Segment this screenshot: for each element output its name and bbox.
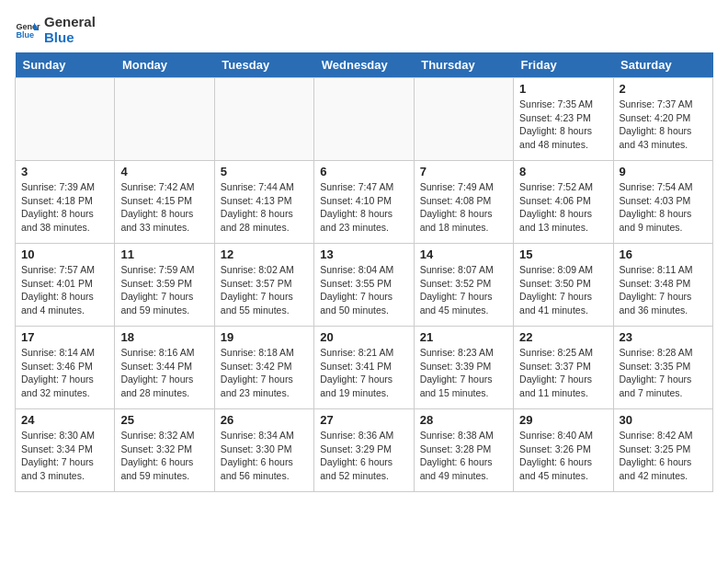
day-info: Sunrise: 7:49 AM Sunset: 4:08 PM Dayligh… — [420, 180, 507, 235]
day-number: 20 — [320, 330, 407, 344]
logo-text: GeneralBlue — [44, 15, 96, 45]
calendar: SundayMondayTuesdayWednesdayThursdayFrid… — [15, 52, 713, 492]
calendar-cell: 29Sunrise: 8:40 AM Sunset: 3:26 PM Dayli… — [514, 409, 613, 492]
calendar-cell: 19Sunrise: 8:18 AM Sunset: 3:42 PM Dayli… — [214, 327, 313, 409]
day-info: Sunrise: 8:30 AM Sunset: 3:34 PM Dayligh… — [21, 429, 108, 483]
day-number: 8 — [519, 165, 607, 178]
weekday-header-monday: Monday — [115, 52, 214, 78]
calendar-cell — [115, 78, 214, 161]
calendar-cell — [314, 78, 414, 161]
calendar-cell: 28Sunrise: 8:38 AM Sunset: 3:28 PM Dayli… — [414, 409, 513, 492]
day-number: 4 — [120, 165, 208, 178]
header: General Blue GeneralBlue — [15, 15, 713, 45]
day-number: 5 — [221, 165, 308, 178]
day-info: Sunrise: 7:44 AM Sunset: 4:13 PM Dayligh… — [221, 180, 308, 235]
week-row-4: 17Sunrise: 8:14 AM Sunset: 3:46 PM Dayli… — [16, 327, 713, 409]
calendar-cell: 12Sunrise: 8:02 AM Sunset: 3:57 PM Dayli… — [214, 244, 313, 327]
weekday-header-wednesday: Wednesday — [314, 52, 414, 78]
week-row-3: 10Sunrise: 7:57 AM Sunset: 4:01 PM Dayli… — [16, 244, 713, 327]
week-row-5: 24Sunrise: 8:30 AM Sunset: 3:34 PM Dayli… — [16, 409, 713, 492]
weekday-header-saturday: Saturday — [613, 52, 712, 78]
calendar-cell: 15Sunrise: 8:09 AM Sunset: 3:50 PM Dayli… — [514, 244, 613, 327]
day-number: 9 — [620, 165, 707, 178]
calendar-cell: 24Sunrise: 8:30 AM Sunset: 3:34 PM Dayli… — [16, 409, 115, 492]
day-info: Sunrise: 7:35 AM Sunset: 4:23 PM Dayligh… — [519, 98, 607, 152]
weekday-header-friday: Friday — [514, 52, 613, 78]
day-info: Sunrise: 8:36 AM Sunset: 3:29 PM Dayligh… — [320, 429, 407, 483]
day-number: 27 — [320, 413, 407, 427]
day-number: 7 — [420, 165, 507, 178]
day-number: 11 — [120, 247, 208, 261]
calendar-cell: 10Sunrise: 7:57 AM Sunset: 4:01 PM Dayli… — [16, 244, 115, 327]
day-number: 12 — [221, 247, 308, 261]
calendar-cell: 5Sunrise: 7:44 AM Sunset: 4:13 PM Daylig… — [214, 161, 313, 244]
day-info: Sunrise: 7:39 AM Sunset: 4:18 PM Dayligh… — [21, 180, 108, 235]
day-number: 6 — [320, 165, 407, 178]
week-row-2: 3Sunrise: 7:39 AM Sunset: 4:18 PM Daylig… — [16, 161, 713, 244]
calendar-cell: 30Sunrise: 8:42 AM Sunset: 3:25 PM Dayli… — [613, 409, 712, 492]
day-number: 17 — [21, 330, 108, 344]
day-info: Sunrise: 8:40 AM Sunset: 3:26 PM Dayligh… — [519, 429, 607, 483]
svg-text:Blue: Blue — [16, 30, 34, 40]
weekday-header-thursday: Thursday — [414, 52, 513, 78]
week-row-1: 1Sunrise: 7:35 AM Sunset: 4:23 PM Daylig… — [16, 78, 713, 161]
day-info: Sunrise: 8:34 AM Sunset: 3:30 PM Dayligh… — [221, 429, 308, 483]
day-number: 14 — [420, 247, 507, 261]
day-number: 15 — [519, 247, 607, 261]
logo: General Blue GeneralBlue — [15, 15, 96, 45]
day-info: Sunrise: 8:32 AM Sunset: 3:32 PM Dayligh… — [120, 429, 208, 483]
day-number: 23 — [620, 330, 707, 344]
day-info: Sunrise: 8:18 AM Sunset: 3:42 PM Dayligh… — [221, 346, 308, 400]
day-info: Sunrise: 8:23 AM Sunset: 3:39 PM Dayligh… — [420, 346, 507, 400]
calendar-cell: 11Sunrise: 7:59 AM Sunset: 3:59 PM Dayli… — [115, 244, 214, 327]
day-info: Sunrise: 8:11 AM Sunset: 3:48 PM Dayligh… — [620, 263, 707, 317]
calendar-cell: 4Sunrise: 7:42 AM Sunset: 4:15 PM Daylig… — [115, 161, 214, 244]
day-number: 3 — [21, 165, 108, 178]
day-info: Sunrise: 7:52 AM Sunset: 4:06 PM Dayligh… — [519, 180, 607, 235]
day-info: Sunrise: 8:21 AM Sunset: 3:41 PM Dayligh… — [320, 346, 407, 400]
day-number: 18 — [120, 330, 208, 344]
calendar-cell: 3Sunrise: 7:39 AM Sunset: 4:18 PM Daylig… — [16, 161, 115, 244]
day-number: 28 — [420, 413, 507, 427]
weekday-header-sunday: Sunday — [16, 52, 115, 78]
calendar-cell: 17Sunrise: 8:14 AM Sunset: 3:46 PM Dayli… — [16, 327, 115, 409]
day-info: Sunrise: 8:02 AM Sunset: 3:57 PM Dayligh… — [221, 263, 308, 317]
calendar-cell: 16Sunrise: 8:11 AM Sunset: 3:48 PM Dayli… — [613, 244, 712, 327]
weekday-header-tuesday: Tuesday — [214, 52, 313, 78]
calendar-cell — [214, 78, 313, 161]
day-number: 16 — [620, 247, 707, 261]
calendar-cell: 7Sunrise: 7:49 AM Sunset: 4:08 PM Daylig… — [414, 161, 513, 244]
calendar-cell: 21Sunrise: 8:23 AM Sunset: 3:39 PM Dayli… — [414, 327, 513, 409]
calendar-cell — [414, 78, 513, 161]
calendar-cell: 26Sunrise: 8:34 AM Sunset: 3:30 PM Dayli… — [214, 409, 313, 492]
day-number: 26 — [221, 413, 308, 427]
day-number: 13 — [320, 247, 407, 261]
day-number: 21 — [420, 330, 507, 344]
day-info: Sunrise: 8:42 AM Sunset: 3:25 PM Dayligh… — [620, 429, 707, 483]
day-number: 29 — [519, 413, 607, 427]
calendar-cell: 13Sunrise: 8:04 AM Sunset: 3:55 PM Dayli… — [314, 244, 414, 327]
logo-icon: General Blue — [15, 17, 40, 43]
day-info: Sunrise: 8:04 AM Sunset: 3:55 PM Dayligh… — [320, 263, 407, 317]
calendar-cell: 27Sunrise: 8:36 AM Sunset: 3:29 PM Dayli… — [314, 409, 414, 492]
day-number: 22 — [519, 330, 607, 344]
calendar-cell: 20Sunrise: 8:21 AM Sunset: 3:41 PM Dayli… — [314, 327, 414, 409]
calendar-cell: 18Sunrise: 8:16 AM Sunset: 3:44 PM Dayli… — [115, 327, 214, 409]
day-info: Sunrise: 7:47 AM Sunset: 4:10 PM Dayligh… — [320, 180, 407, 235]
day-info: Sunrise: 8:28 AM Sunset: 3:35 PM Dayligh… — [620, 346, 707, 400]
day-info: Sunrise: 8:25 AM Sunset: 3:37 PM Dayligh… — [519, 346, 607, 400]
calendar-cell: 1Sunrise: 7:35 AM Sunset: 4:23 PM Daylig… — [514, 78, 613, 161]
day-number: 19 — [221, 330, 308, 344]
day-number: 24 — [21, 413, 108, 427]
calendar-cell: 14Sunrise: 8:07 AM Sunset: 3:52 PM Dayli… — [414, 244, 513, 327]
day-number: 1 — [519, 82, 607, 96]
day-number: 10 — [21, 247, 108, 261]
weekday-header-row: SundayMondayTuesdayWednesdayThursdayFrid… — [16, 52, 713, 78]
calendar-cell: 23Sunrise: 8:28 AM Sunset: 3:35 PM Dayli… — [613, 327, 712, 409]
calendar-cell: 9Sunrise: 7:54 AM Sunset: 4:03 PM Daylig… — [613, 161, 712, 244]
day-number: 2 — [620, 82, 707, 96]
day-info: Sunrise: 8:14 AM Sunset: 3:46 PM Dayligh… — [21, 346, 108, 400]
day-info: Sunrise: 7:59 AM Sunset: 3:59 PM Dayligh… — [120, 263, 208, 317]
calendar-cell: 25Sunrise: 8:32 AM Sunset: 3:32 PM Dayli… — [115, 409, 214, 492]
day-info: Sunrise: 8:09 AM Sunset: 3:50 PM Dayligh… — [519, 263, 607, 317]
